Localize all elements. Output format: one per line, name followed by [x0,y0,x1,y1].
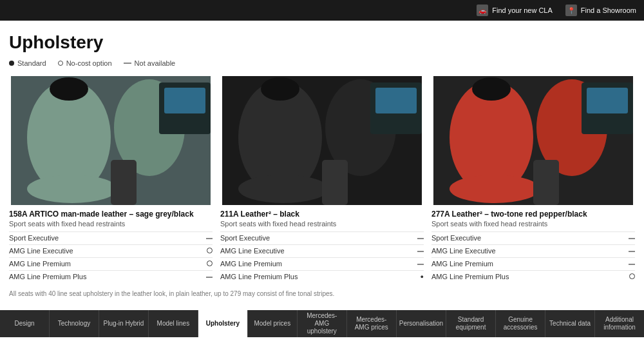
svg-rect-23 [587,88,628,113]
find-showroom-button[interactable]: 📍 Find a Showroom [565,5,636,16]
svg-point-3 [27,175,117,203]
card-row: AMG Line Executive [220,244,424,257]
row-label: AMG Line Premium [431,260,493,268]
bottom-nav-item-4[interactable]: Upholstery [198,310,248,337]
bottom-nav-item-5[interactable]: Model prices [248,310,298,337]
bottom-nav-item-6[interactable]: Mercedes-AMG upholstery [298,310,347,337]
legend-no-cost-icon [58,61,63,66]
card-row: Sport Executive [431,231,635,244]
row-label: AMG Line Executive [220,247,285,255]
svg-rect-7 [164,88,205,113]
card-row: AMG Line Premium [9,257,213,270]
legend-no-cost: No-cost option [58,59,112,67]
row-indicator [629,247,635,255]
card-title-277A: 277A Leather² – two-tone red pepper/blac… [431,210,635,219]
card-row: AMG Line Premium Plus [431,270,635,282]
row-label: Sport Executive [220,234,270,242]
svg-rect-15 [375,88,417,113]
card-image-277A [431,76,635,205]
row-label: AMG Line Premium Plus [220,273,298,280]
card-row: AMG Line Premium [220,257,424,270]
svg-rect-13 [322,160,348,205]
row-indicator [207,260,213,268]
card-rows-211A: Sport ExecutiveAMG Line ExecutiveAMG Lin… [220,231,424,282]
car-icon: 🚗 [477,5,488,16]
main-content: Upholstery Standard No-cost option Not a… [0,21,644,310]
card-row: AMG Line Premium Plus [9,270,213,282]
row-indicator [629,260,635,268]
legend-not-available-label: Not available [135,59,176,67]
row-label: AMG Line Executive [9,247,73,255]
row-label: AMG Line Premium Plus [9,273,86,280]
row-label: AMG Line Premium [220,260,282,268]
legend-standard-label: Standard [17,59,46,67]
row-indicator [629,273,635,280]
legend-no-cost-label: No-cost option [66,59,112,67]
row-label: AMG Line Premium Plus [431,273,509,280]
find-showroom-label: Find a Showroom [581,6,636,14]
bottom-nav-item-0[interactable]: Design [0,310,50,337]
row-label: Sport Executive [431,234,481,242]
card-158A: 158A ARTICO man-made leather – sage grey… [9,76,213,282]
row-indicator [207,247,213,255]
card-title-211A: 211A Leather² – black [220,210,424,219]
svg-point-10 [261,77,299,101]
card-subtitle-211A: Sport seats with fixed head restraints [220,220,424,228]
card-subtitle-158A: Sport seats with fixed head restraints [9,220,213,228]
find-cla-button[interactable]: 🚗 Find your new CLA [477,5,553,16]
disclaimer: All seats with 40 line seat upholstery i… [9,290,635,297]
bottom-nav-item-7[interactable]: Mercedes-AMG prices [347,310,397,337]
bottom-nav-item-3[interactable]: Model lines [149,310,198,337]
row-label: AMG Line Executive [431,247,496,255]
svg-point-11 [238,175,328,203]
row-indicator [417,260,424,268]
legend-standard-icon [9,61,14,66]
legend-not-available-icon [124,63,131,64]
row-label: AMG Line Premium [9,260,71,268]
legend-standard: Standard [9,59,46,67]
bottom-nav-item-2[interactable]: Plug-in Hybrid [99,310,149,337]
card-title-158A: 158A ARTICO man-made leather – sage grey… [9,210,213,219]
row-indicator [417,234,424,242]
card-row: AMG Line Premium [431,257,635,270]
card-rows-158A: Sport ExecutiveAMG Line ExecutiveAMG Lin… [9,231,213,282]
bottom-nav-item-12[interactable]: Additional information [595,310,644,337]
bottom-nav: DesignTechnologyPlug-in HybridModel line… [0,310,644,337]
card-row: Sport Executive [220,231,424,244]
card-row: AMG Line Executive [9,244,213,257]
legend-not-available: Not available [124,59,176,67]
legend: Standard No-cost option Not available [9,59,635,67]
card-row: AMG Line Premium Plus● [220,270,424,282]
row-indicator [206,234,213,242]
card-image-211A [220,76,424,205]
bottom-nav-item-9[interactable]: Standard equipment [446,310,496,337]
page-title: Upholstery [9,32,635,53]
card-277A: 277A Leather² – two-tone red pepper/blac… [431,76,635,282]
row-indicator [206,273,213,280]
card-image-158A [9,76,213,205]
svg-point-2 [50,77,88,101]
svg-point-18 [472,77,511,101]
bottom-nav-item-8[interactable]: Personalisation [397,310,446,337]
card-rows-277A: Sport ExecutiveAMG Line ExecutiveAMG Lin… [431,231,635,282]
row-label: Sport Executive [9,234,59,242]
svg-rect-5 [111,160,137,205]
bottom-nav-item-1[interactable]: Technology [50,310,99,337]
bottom-nav-item-10[interactable]: Genuine accessories [496,310,545,337]
row-indicator [417,247,424,255]
card-subtitle-277A: Sport seats with fixed head restraints [431,220,635,228]
card-211A: 211A Leather² – blackSport seats with fi… [220,76,424,282]
bottom-nav-item-11[interactable]: Technical data [545,310,595,337]
pin-icon: 📍 [565,5,577,16]
svg-rect-21 [533,160,559,205]
svg-point-19 [450,175,540,203]
find-cla-label: Find your new CLA [492,6,553,14]
row-indicator: ● [421,273,424,280]
cards-grid: 158A ARTICO man-made leather – sage grey… [9,76,635,282]
top-bar: 🚗 Find your new CLA 📍 Find a Showroom [0,0,644,21]
row-indicator [629,234,635,242]
card-row: AMG Line Executive [431,244,635,257]
card-row: Sport Executive [9,231,213,244]
